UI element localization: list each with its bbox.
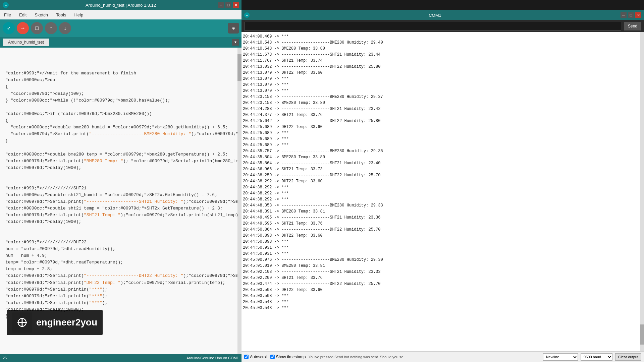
serial-line: 20:44:25.642 -> --------------------DHT2…: [242, 118, 639, 124]
menu-bar: File Edit Sketch Tools Help: [0, 10, 241, 19]
menu-help[interactable]: Help: [73, 12, 85, 18]
code-line: temp = temp + 2.8;: [3, 266, 235, 273]
arduino-minimize-btn[interactable]: ─: [218, 2, 224, 8]
arduino-close-btn[interactable]: ✕: [233, 2, 239, 8]
serial-maximize-btn[interactable]: □: [628, 12, 634, 18]
serial-line: 20:44:13.079 -> ***: [242, 82, 639, 88]
serial-line: 20:45:00.976 -> --------------------BME2…: [242, 257, 639, 263]
serial-line: 20:44:50.931 -> ***: [242, 245, 639, 251]
serial-line: 20:44:10.548 -> --------------------BME2…: [242, 40, 639, 46]
code-line: [3, 63, 235, 70]
serial-close-btn[interactable]: ✕: [635, 12, 641, 18]
serial-line: 20:44:35.864 -> --------------------SHT2…: [242, 160, 639, 166]
serial-title-bar: ∞ COM1 ─ □ ✕: [241, 10, 644, 20]
code-line: "color:#0000cc;">do: [3, 77, 235, 83]
serial-line: 20:44:25.689 -> ***: [242, 136, 639, 142]
code-scrollbar-thumb[interactable]: [237, 54, 241, 81]
serial-output[interactable]: 20:44:00.469 -> ***20:44:10.548 -> -----…: [241, 32, 644, 351]
serial-minimize-btn[interactable]: ─: [621, 12, 627, 18]
autoscroll-checkbox-label[interactable]: Autoscroll: [244, 355, 268, 359]
serial-line: 20:44:38.292 -> ***: [242, 184, 639, 190]
autoscroll-checkbox[interactable]: [244, 355, 249, 359]
code-line: {: [3, 117, 235, 124]
code-line: "color:#00979d;">delay(100);: [3, 90, 235, 97]
code-line: [3, 225, 235, 232]
serial-line: 20:44:00.469 -> ***: [242, 34, 639, 40]
code-scroll-container[interactable]: "color:#999;">//wait for the measurement…: [0, 50, 241, 351]
code-line: "color:#999;">//wait for the measurement…: [3, 70, 235, 77]
serial-title: COM1: [250, 13, 621, 18]
serial-line: 20:44:35.804 -> BME280 Temp: 33.80: [242, 154, 639, 160]
timestamp-checkbox-label[interactable]: Show timestamp: [270, 355, 306, 359]
serial-monitor-panel: ∞ COM1 ─ □ ✕ Send 20:44:00.469 -> ***20:…: [241, 10, 644, 362]
code-line: "color:#00979d;">Serial.print("---------…: [3, 273, 235, 279]
code-line: "color:#0000cc;">double bme280_temp = "c…: [3, 151, 235, 158]
serial-line: 20:44:50.898 -> DHT22 Temp: 33.60: [242, 233, 639, 239]
code-line: [3, 104, 235, 111]
code-line: {: [3, 83, 235, 90]
serial-line: 20:44:23.158 -> --------------------BME2…: [242, 94, 639, 100]
code-line: "color:#00979d;">Serial.print("---------…: [3, 131, 235, 137]
menu-file[interactable]: File: [3, 12, 12, 18]
code-line: "color:#00979d;">Serial.print("BME280 Te…: [3, 158, 235, 165]
arduino-title: Arduino_humid_test | Arduino 1.8.12: [86, 3, 156, 8]
code-line: "color:#00979d;">Serial.print("DHT22 Tem…: [3, 280, 235, 286]
arduino-maximize-btn[interactable]: □: [225, 2, 231, 8]
serial-line: 20:44:13.079 -> ***: [242, 76, 639, 82]
code-area: "color:#999;">//wait for the measurement…: [0, 48, 241, 354]
serial-scrollbar[interactable]: [640, 32, 644, 351]
code-line: [3, 171, 235, 178]
serial-line: 20:44:49.595 -> SHT21 Temp: 33.76: [242, 221, 639, 227]
serial-line: 20:44:25.689 -> DHT22 Temp: 33.60: [242, 124, 639, 130]
timestamp-checkbox[interactable]: [270, 355, 275, 359]
menu-tools[interactable]: Tools: [55, 12, 67, 18]
serial-send-btn[interactable]: Send: [624, 22, 641, 31]
serial-line: 20:44:50.931 -> ***: [242, 251, 639, 257]
serial-monitor-toolbar-btn[interactable]: ⊙: [228, 23, 239, 34]
code-line: [3, 144, 235, 151]
serial-line: 20:44:11.673 -> --------------------SHT2…: [242, 52, 639, 58]
serial-line: 20:44:38.292 -> ***: [242, 196, 639, 202]
clear-output-button[interactable]: Clear output: [615, 353, 641, 361]
line-number: 25: [3, 356, 7, 360]
new-button[interactable]: □: [31, 22, 43, 34]
autoscroll-label: Autoscroll: [250, 355, 268, 359]
arduino-title-bar: ∞ Arduino_humid_test | Arduino 1.8.12 ─ …: [0, 0, 241, 10]
arduino-logo: ∞: [3, 2, 9, 8]
serial-line: 20:44:38.292 -> DHT22 Temp: 33.60: [242, 178, 639, 184]
serial-line: 20:44:24.283 -> --------------------SHT2…: [242, 106, 639, 112]
menu-sketch[interactable]: Sketch: [33, 12, 49, 18]
code-line: "color:#00979d;">Serial.print("---------…: [3, 198, 235, 205]
serial-line: 20:44:48.358 -> --------------------BME2…: [242, 202, 639, 208]
serial-line: 20:45:03.508 -> DHT22 Temp: 33.60: [242, 287, 639, 293]
tab-dropdown-btn[interactable]: ▼: [232, 39, 239, 46]
serial-line: 20:45:03.543 -> ***: [242, 305, 639, 311]
code-line: "color:#00979d;">Serial.println("***");: [3, 300, 235, 306]
timestamp-label: Show timestamp: [276, 355, 306, 359]
serial-line: 20:44:38.259 -> --------------------DHT2…: [242, 172, 639, 178]
code-line: "color:#0000cc;">double sht21_temp = "co…: [3, 205, 235, 212]
board-info: Arduino/Genuino Uno on COM1: [186, 356, 239, 360]
menu-edit[interactable]: Edit: [18, 12, 28, 18]
verify-button[interactable]: ✓: [3, 22, 15, 34]
serial-scrollbar-thumb[interactable]: [640, 324, 644, 345]
arduino-tab[interactable]: Arduino_humid_test: [3, 39, 49, 46]
serial-line: 20:44:13.079 -> DHT22 Temp: 33.60: [242, 70, 639, 76]
serial-info-text: You've pressed Send but nothing was sent…: [308, 355, 540, 359]
serial-line: 20:44:11.767 -> SHT21 Temp: 33.74: [242, 58, 639, 64]
upload-button[interactable]: →: [17, 22, 29, 34]
code-scrollbar[interactable]: [237, 48, 241, 354]
serial-line: 20:45:02.108 -> --------------------SHT2…: [242, 269, 639, 275]
serial-line: 20:44:49.495 -> --------------------SHT2…: [242, 215, 639, 221]
serial-line: 20:44:13.079 -> ***: [242, 88, 639, 94]
serial-input[interactable]: [244, 22, 621, 31]
code-line: temp= "color:#00979d;">dht.readTemperatu…: [3, 259, 235, 266]
serial-line: 20:44:35.757 -> --------------------BME2…: [242, 148, 639, 154]
newline-select[interactable]: NewlineNo line endingCarriage returnBoth…: [543, 353, 578, 361]
serial-bottom-bar: Autoscroll Show timestamp You've pressed…: [241, 351, 644, 362]
serial-line: 20:44:23.158 -> BME280 Temp: 33.80: [242, 100, 639, 106]
open-button[interactable]: ↑: [45, 22, 57, 34]
code-line: hum = hum + 4.9;: [3, 252, 235, 259]
save-button[interactable]: ↓: [59, 22, 71, 34]
baud-select[interactable]: 9600 baud115200 baud4800 baud: [581, 353, 612, 361]
